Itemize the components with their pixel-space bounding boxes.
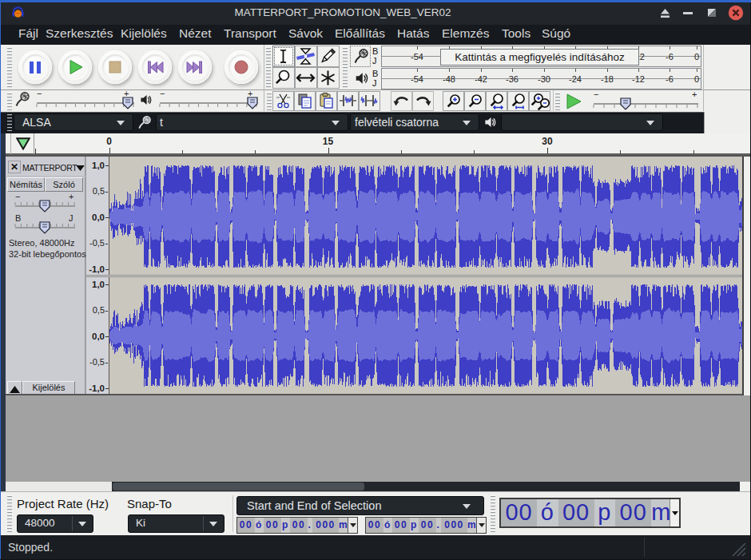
- svg-text:−: −: [15, 193, 20, 201]
- svg-text:+: +: [692, 91, 697, 99]
- svg-text:−: −: [160, 90, 165, 98]
- svg-text:J: J: [69, 215, 74, 223]
- svg-text:B: B: [15, 215, 21, 223]
- svg-text:−: −: [37, 90, 42, 98]
- svg-text:−: −: [594, 91, 598, 99]
- svg-text:+: +: [69, 193, 74, 201]
